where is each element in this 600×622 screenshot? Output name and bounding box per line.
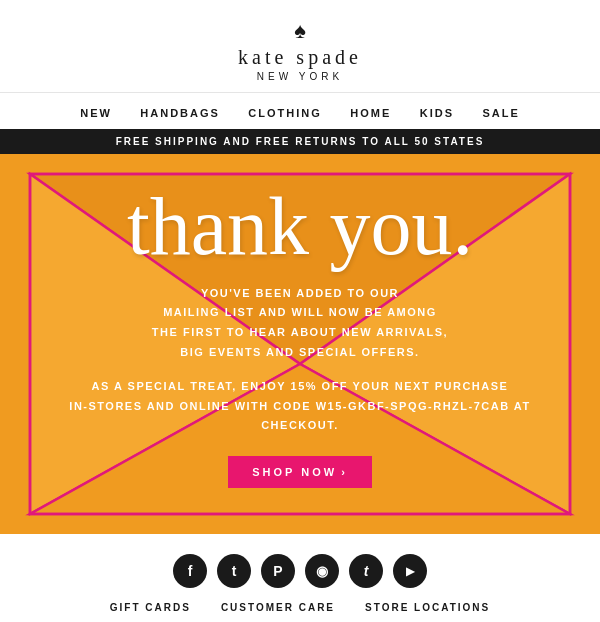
twitter-icon[interactable]: t [217, 554, 251, 588]
thank-you-heading: thank you. [127, 190, 473, 264]
arrow-icon: › [341, 466, 348, 478]
envelope-container: thank you. YOU'VE BEEN ADDED TO OURMAILI… [0, 154, 600, 534]
instagram-icon[interactable]: ◉ [305, 554, 339, 588]
social-icons: ftP◉t▶ [0, 554, 600, 588]
shop-now-button[interactable]: SHOP NOW› [228, 456, 372, 488]
footer-links: GIFT CARDSCUSTOMER CARESTORE LOCATIONS [0, 602, 600, 613]
footer: ftP◉t▶ GIFT CARDSCUSTOMER CARESTORE LOCA… [0, 534, 600, 622]
promo-text: AS A SPECIAL TREAT, ENJOY 15% OFF YOUR N… [69, 377, 530, 436]
message-body: YOU'VE BEEN ADDED TO OURMAILING LIST AND… [152, 284, 448, 363]
email-wrapper: ♠ kate spade NEW YORK NEW HANDBAGS CLOTH… [0, 0, 600, 622]
header: ♠ kate spade NEW YORK [0, 0, 600, 92]
youtube-icon[interactable]: ▶ [393, 554, 427, 588]
nav-item-clothing[interactable]: CLOTHING [248, 107, 321, 119]
nav-item-sale[interactable]: SALE [482, 107, 519, 119]
nav-item-new[interactable]: NEW [80, 107, 112, 119]
promo-banner: FREE SHIPPING AND FREE RETURNS TO ALL 50… [0, 129, 600, 154]
spade-icon: ♠ [0, 18, 600, 44]
tumblr-icon[interactable]: t [349, 554, 383, 588]
envelope-content: thank you. YOU'VE BEEN ADDED TO OURMAILI… [0, 154, 600, 534]
nav-item-handbags[interactable]: HANDBAGS [140, 107, 220, 119]
facebook-icon[interactable]: f [173, 554, 207, 588]
footer-link-customer-care[interactable]: CUSTOMER CARE [221, 602, 335, 613]
brand-sub: NEW YORK [0, 71, 600, 82]
brand-name: kate spade [238, 46, 362, 68]
nav: NEW HANDBAGS CLOTHING HOME KIDS SALE [0, 92, 600, 129]
pinterest-icon[interactable]: P [261, 554, 295, 588]
footer-link-gift-cards[interactable]: GIFT CARDS [110, 602, 191, 613]
nav-item-kids[interactable]: KIDS [420, 107, 454, 119]
footer-link-store-locations[interactable]: STORE LOCATIONS [365, 602, 490, 613]
nav-item-home[interactable]: HOME [350, 107, 391, 119]
